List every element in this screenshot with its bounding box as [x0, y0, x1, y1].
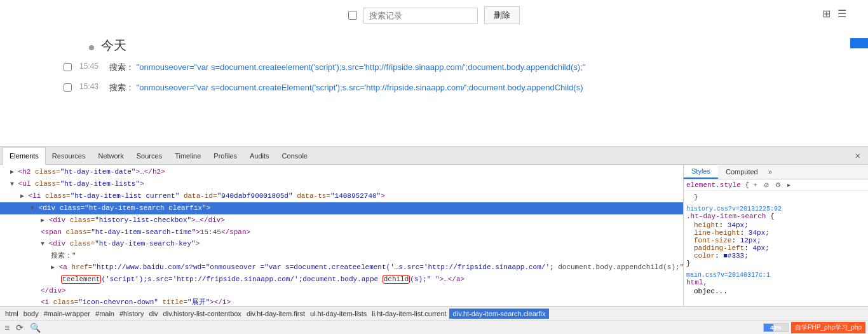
styles-tab-computed[interactable]: Computed	[718, 165, 766, 179]
today-label: 今天	[101, 38, 126, 52]
tree-line[interactable]: <div class="ht-day-item-search-key">	[0, 238, 683, 250]
styles-panel: Styles Computed » element.style { + ⊘ ⚙ …	[684, 165, 868, 306]
triangle-icon[interactable]	[20, 193, 24, 200]
styles-tabs: Styles Computed »	[684, 165, 868, 179]
search-icon[interactable]: 🔍	[28, 323, 43, 333]
breadcrumb-item[interactable]: ul.ht-day-item-lists	[308, 310, 369, 317]
record-text-1: 搜索： "onmouseover="var s=document.createe…	[109, 62, 585, 73]
tree-line[interactable]: teelement('script');s.src='http://fripsi…	[0, 274, 683, 285]
devtools-tabs: Elements Resources Network Sources Timel…	[3, 147, 850, 165]
styles-more-btn[interactable]: ▸	[785, 181, 792, 189]
highlight-teelement: teelement	[61, 275, 101, 284]
tab-profiles[interactable]: Profiles	[207, 147, 243, 165]
grid-view-icon[interactable]: ⊞	[822, 8, 834, 19]
search-input[interactable]	[363, 8, 478, 24]
tree-line[interactable]: <a href="http://www.baidu.com/s?wd="onmo…	[0, 261, 683, 274]
today-section: 今天	[0, 37, 868, 54]
search-records: 15:45 搜索： "onmouseover="var s=document.c…	[0, 62, 868, 102]
breadcrumb-item[interactable]: #main	[93, 310, 117, 317]
breadcrumb-item[interactable]: div	[147, 310, 161, 317]
highlight-dchild: dchild	[383, 275, 410, 284]
styles-rule-element: }	[686, 193, 865, 201]
tree-line[interactable]: <ul class="ht-day-item-lists">	[0, 178, 683, 190]
tab-resources[interactable]: Resources	[46, 147, 92, 165]
tree-line[interactable]: <i class="icon-chevron-down" title="展开">…	[0, 296, 683, 306]
devtools-body: <h2 class="ht-day-item-date">…</h2> <ul …	[0, 165, 868, 306]
styles-toggle-btn[interactable]: ⊘	[762, 181, 771, 189]
breadcrumb-item[interactable]: #main-wrapper	[41, 310, 93, 317]
tree-line[interactable]: <div class="history-list-checkbox">…</di…	[0, 214, 683, 226]
record-checkbox-2[interactable]	[64, 83, 72, 92]
breadcrumb-item[interactable]: #history	[117, 310, 147, 317]
menu-icon[interactable]: ≡	[3, 323, 11, 333]
breadcrumb-item[interactable]: html	[3, 310, 21, 317]
html-tree-panel: <h2 class="ht-day-item-date">…</h2> <ul …	[0, 165, 684, 306]
tree-line[interactable]: 搜索："	[0, 250, 683, 261]
styles-settings-btn[interactable]: ⚙	[773, 181, 783, 189]
tab-console[interactable]: Console	[276, 147, 314, 165]
top-area: 删除 ⊞ ☰ 今天 15:45 搜索： "onmouseover="var s=…	[0, 0, 868, 146]
record-row: 15:45 搜索： "onmouseover="var s=document.c…	[64, 62, 868, 73]
breadcrumb-item[interactable]: div.ht-day-item.first	[244, 310, 308, 317]
inspect-icon[interactable]: ⟳	[14, 323, 25, 333]
record-text-2: 搜索： "onmouseover="var s=document.createE…	[109, 82, 583, 94]
devtools-header: Elements Resources Network Sources Timel…	[0, 147, 868, 165]
tab-network[interactable]: Network	[92, 147, 130, 165]
devtools-panel: Elements Resources Network Sources Timel…	[0, 146, 868, 334]
delete-button[interactable]: 删除	[484, 6, 520, 24]
tree-line[interactable]: <span class="ht-day-item-search-time">15…	[0, 226, 683, 238]
styles-rule-2: main.css?v=20140317c:1 html, objec...	[686, 271, 865, 295]
devtools-bottom: ≡ ⟳ 🔍 40% 自学PHP_php学习_php	[0, 320, 868, 334]
progress-section: 40% 自学PHP_php学习_php	[763, 322, 865, 333]
tree-line[interactable]: </div>	[0, 285, 683, 296]
search-bar: 删除	[348, 6, 520, 24]
record-time-2: 15:43	[79, 82, 102, 91]
styles-content: } history.css?v=20131225:92 .ht-day-item…	[684, 191, 868, 306]
list-view-icon[interactable]: ☰	[837, 8, 849, 19]
zixue-button[interactable]: 自学PHP_php学习_php	[791, 322, 865, 333]
tree-line[interactable]: <h2 class="ht-day-item-date">…</h2>	[0, 166, 683, 178]
record-time-1: 15:45	[79, 62, 102, 71]
triangle-icon[interactable]	[10, 181, 14, 188]
breadcrumb-item-active[interactable]: div.ht-day-item-search.clearfix	[449, 309, 550, 319]
record-row-2: 15:43 搜索： "onmouseover="var s=document.c…	[64, 82, 868, 94]
triangle-icon[interactable]	[41, 217, 44, 224]
tree-line-selected[interactable]: <div class="ht-day-item-search clearfix"…	[0, 202, 683, 214]
triangle-icon[interactable]	[41, 240, 44, 247]
styles-source-link-1[interactable]: history.css?v=20131225:92	[686, 205, 782, 212]
styles-rule-1: history.css?v=20131225:92 .ht-day-item-s…	[686, 205, 865, 267]
styles-add-rule-btn[interactable]: +	[752, 181, 759, 189]
styles-tab-more[interactable]: »	[766, 165, 775, 179]
today-dot	[89, 45, 94, 50]
triangle-icon[interactable]	[51, 264, 55, 271]
tab-sources[interactable]: Sources	[130, 147, 168, 165]
progress-text: 40%	[770, 324, 782, 331]
breadcrumb-bar: html body #main-wrapper #main #history d…	[0, 306, 868, 320]
feedback-button[interactable]: 获奖结果	[850, 38, 868, 48]
breadcrumb-item[interactable]: div.history-list-contentbox	[161, 310, 244, 317]
progress-bar: 40%	[763, 323, 789, 332]
record-link-1[interactable]: "onmouseover="var s=document.createeleme…	[137, 62, 586, 72]
breadcrumb-item[interactable]: li.ht-day-item-list.current	[369, 310, 449, 317]
record-checkbox-1[interactable]	[64, 63, 72, 71]
record-link-2[interactable]: "onmouseover="var s=document.createEleme…	[137, 83, 583, 92]
tree-line[interactable]: <li class="ht-day-item-list current" dat…	[0, 190, 683, 202]
tab-timeline[interactable]: Timeline	[168, 147, 207, 165]
triangle-icon[interactable]	[31, 205, 34, 212]
devtools-close-button[interactable]: ×	[850, 151, 865, 161]
breadcrumb-item[interactable]: body	[21, 310, 41, 317]
triangle-icon[interactable]	[10, 169, 14, 176]
styles-toolbar: element.style { + ⊘ ⚙ ▸	[684, 179, 868, 191]
grid-icons: ⊞ ☰	[822, 8, 849, 19]
styles-tab-styles[interactable]: Styles	[684, 165, 718, 179]
tab-audits[interactable]: Audits	[243, 147, 276, 165]
styles-source-link-2[interactable]: main.css?v=20140317c:1	[686, 272, 770, 279]
search-history-checkbox[interactable]	[348, 11, 357, 20]
tab-elements[interactable]: Elements	[3, 147, 46, 165]
element-style-label: element.style {	[686, 181, 749, 189]
